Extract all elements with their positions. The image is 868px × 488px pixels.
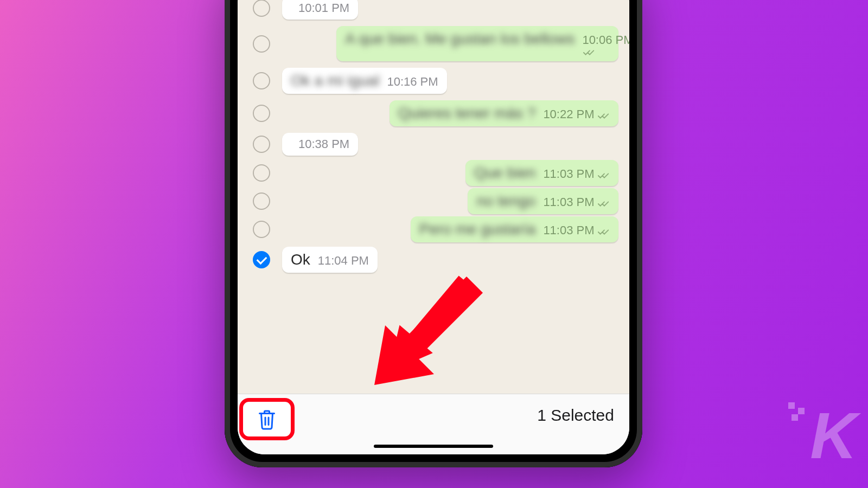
message-time: 10:06 PM xyxy=(582,33,629,47)
message-row[interactable]: 10:38 PM xyxy=(238,130,629,159)
select-radio[interactable] xyxy=(253,0,270,17)
message-time: 10:16 PM xyxy=(387,75,438,89)
message-text: no tengo xyxy=(476,192,535,210)
message-text: Ok xyxy=(291,251,310,268)
outgoing-bubble[interactable]: Pero me gustaría 11:03 PM xyxy=(411,216,618,242)
home-indicator[interactable] xyxy=(374,445,493,448)
outgoing-bubble[interactable]: Que bien 11:03 PM xyxy=(465,160,618,186)
incoming-bubble[interactable]: 10:38 PM xyxy=(282,133,358,156)
select-radio[interactable] xyxy=(253,164,270,182)
message-row[interactable]: Quieres tener más ? 10:22 PM xyxy=(238,97,629,130)
message-time: 11:03 PM xyxy=(543,223,594,237)
select-radio[interactable] xyxy=(253,136,270,153)
selection-toolbar: 1 Selected xyxy=(238,394,629,454)
select-radio-checked[interactable] xyxy=(253,251,270,268)
phone-frame: 10:01 PM A que bien. Me gustan los bello… xyxy=(225,0,642,467)
select-radio[interactable] xyxy=(253,35,270,53)
read-ticks-icon xyxy=(583,49,595,56)
selected-count-label: 1 Selected xyxy=(537,406,614,425)
incoming-bubble[interactable]: Ok a mi igual 10:16 PM xyxy=(282,68,447,94)
select-radio[interactable] xyxy=(253,221,270,238)
read-ticks-icon xyxy=(598,112,610,120)
message-row[interactable]: 10:01 PM xyxy=(238,0,629,23)
phone-screen: 10:01 PM A que bien. Me gustan los bello… xyxy=(238,0,629,454)
delete-button-highlight xyxy=(239,398,295,440)
read-ticks-icon xyxy=(598,172,610,179)
message-row[interactable]: no tengo 11:03 PM xyxy=(238,187,629,215)
message-time: 11:03 PM xyxy=(543,167,594,181)
message-time: 10:22 PM xyxy=(543,107,594,121)
read-ticks-icon xyxy=(598,200,610,208)
message-row[interactable]: Pero me gustaría 11:03 PM xyxy=(238,215,629,243)
incoming-bubble[interactable]: Ok 11:04 PM xyxy=(282,247,378,273)
select-radio[interactable] xyxy=(253,105,270,122)
message-text: A que bien. Me gustan los bellows xyxy=(345,30,575,48)
message-text: Pero me gustaría xyxy=(419,221,536,238)
message-time: 10:38 PM xyxy=(298,137,349,151)
chat-scroll[interactable]: 10:01 PM A que bien. Me gustan los bello… xyxy=(238,0,629,394)
message-text: Ok a mi igual xyxy=(291,72,379,89)
message-row[interactable]: Ok 11:04 PM xyxy=(238,243,629,276)
outgoing-bubble[interactable]: A que bien. Me gustan los bellows 10:06 … xyxy=(336,26,618,61)
watermark-logo: K xyxy=(810,398,853,473)
message-row[interactable]: Ok a mi igual 10:16 PM xyxy=(238,65,629,97)
outgoing-bubble[interactable]: Quieres tener más ? 10:22 PM xyxy=(390,100,618,126)
message-text: Que bien xyxy=(474,164,536,182)
trash-icon[interactable] xyxy=(257,408,277,430)
message-row[interactable]: A que bien. Me gustan los bellows 10:06 … xyxy=(238,23,629,65)
message-time: 10:01 PM xyxy=(298,1,349,15)
message-text: Quieres tener más ? xyxy=(398,105,536,122)
select-radio[interactable] xyxy=(253,72,270,89)
stage: 10:01 PM A que bien. Me gustan los bello… xyxy=(0,0,868,488)
message-time: 11:04 PM xyxy=(318,254,369,268)
outgoing-bubble[interactable]: no tengo 11:03 PM xyxy=(468,188,618,214)
message-time: 11:03 PM xyxy=(543,195,594,209)
select-radio[interactable] xyxy=(253,192,270,210)
incoming-bubble[interactable]: 10:01 PM xyxy=(282,0,358,20)
message-row[interactable]: Que bien 11:03 PM xyxy=(238,159,629,187)
read-ticks-icon xyxy=(598,228,610,236)
